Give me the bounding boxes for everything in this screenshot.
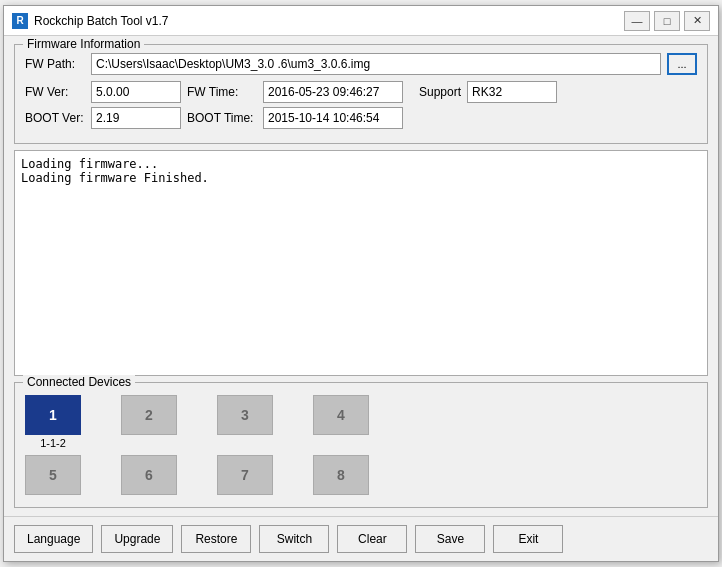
fw-time-value: 2016-05-23 09:46:27 bbox=[263, 81, 403, 103]
save-button[interactable]: Save bbox=[415, 525, 485, 553]
device-wrapper-8: 8 bbox=[313, 455, 369, 497]
bottom-bar: Language Upgrade Restore Switch Clear Sa… bbox=[4, 516, 718, 561]
boot-time-label: BOOT Time: bbox=[187, 111, 257, 125]
fw-path-input[interactable] bbox=[91, 53, 661, 75]
device-button-4[interactable]: 4 bbox=[313, 395, 369, 435]
window-controls: — □ ✕ bbox=[624, 11, 710, 31]
upgrade-button[interactable]: Upgrade bbox=[101, 525, 173, 553]
log-area: Loading firmware... Loading firmware Fin… bbox=[14, 150, 708, 376]
device-button-5[interactable]: 5 bbox=[25, 455, 81, 495]
boot-ver-label: BOOT Ver: bbox=[25, 111, 85, 125]
device-button-7[interactable]: 7 bbox=[217, 455, 273, 495]
fw-ver-value: 5.0.00 bbox=[91, 81, 181, 103]
restore-button[interactable]: Restore bbox=[181, 525, 251, 553]
close-button[interactable]: ✕ bbox=[684, 11, 710, 31]
fw-path-row: FW Path: ... bbox=[25, 53, 697, 75]
device-button-1[interactable]: 1 bbox=[25, 395, 81, 435]
device-button-2[interactable]: 2 bbox=[121, 395, 177, 435]
fw-ver-row: FW Ver: 5.0.00 FW Time: 2016-05-23 09:46… bbox=[25, 81, 697, 103]
firmware-group-label: Firmware Information bbox=[23, 37, 144, 51]
switch-button[interactable]: Switch bbox=[259, 525, 329, 553]
maximize-button[interactable]: □ bbox=[654, 11, 680, 31]
fw-path-label: FW Path: bbox=[25, 57, 85, 71]
device-button-8[interactable]: 8 bbox=[313, 455, 369, 495]
device-wrapper-4: 4 bbox=[313, 395, 369, 449]
browse-button[interactable]: ... bbox=[667, 53, 697, 75]
boot-ver-value: 2.19 bbox=[91, 107, 181, 129]
device-button-6[interactable]: 6 bbox=[121, 455, 177, 495]
main-window: R Rockchip Batch Tool v1.7 — □ ✕ Firmwar… bbox=[3, 5, 719, 562]
clear-button[interactable]: Clear bbox=[337, 525, 407, 553]
devices-group-label: Connected Devices bbox=[23, 375, 135, 389]
fw-time-label: FW Time: bbox=[187, 85, 257, 99]
device-button-3[interactable]: 3 bbox=[217, 395, 273, 435]
main-content: Firmware Information FW Path: ... FW Ver… bbox=[4, 36, 718, 516]
device-sub-1: 1-1-2 bbox=[40, 437, 66, 449]
device-wrapper-3: 3 bbox=[217, 395, 273, 449]
boot-time-value: 2015-10-14 10:46:54 bbox=[263, 107, 403, 129]
device-wrapper-6: 6 bbox=[121, 455, 177, 497]
device-wrapper-5: 5 bbox=[25, 455, 81, 497]
devices-group: Connected Devices 1 1-1-2 2 3 4 bbox=[14, 382, 708, 508]
app-icon: R bbox=[12, 13, 28, 29]
minimize-button[interactable]: — bbox=[624, 11, 650, 31]
support-label: Support bbox=[419, 85, 461, 99]
device-wrapper-1: 1 1-1-2 bbox=[25, 395, 81, 449]
device-wrapper-7: 7 bbox=[217, 455, 273, 497]
support-value: RK32 bbox=[467, 81, 557, 103]
language-button[interactable]: Language bbox=[14, 525, 93, 553]
device-wrapper-2: 2 bbox=[121, 395, 177, 449]
exit-button[interactable]: Exit bbox=[493, 525, 563, 553]
fw-ver-label: FW Ver: bbox=[25, 85, 85, 99]
title-bar: R Rockchip Batch Tool v1.7 — □ ✕ bbox=[4, 6, 718, 36]
firmware-group: Firmware Information FW Path: ... FW Ver… bbox=[14, 44, 708, 144]
window-title: Rockchip Batch Tool v1.7 bbox=[34, 14, 624, 28]
boot-ver-row: BOOT Ver: 2.19 BOOT Time: 2015-10-14 10:… bbox=[25, 107, 697, 129]
